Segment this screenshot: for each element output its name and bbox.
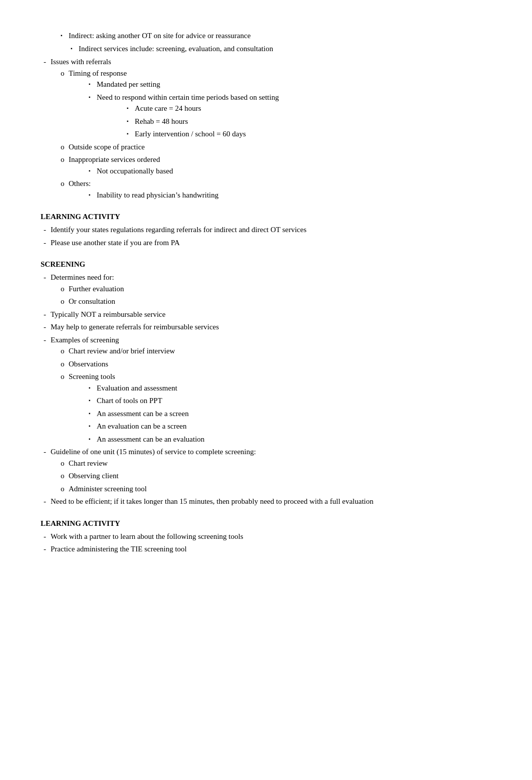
guideline-one-unit: Guideline of one unit (15 minutes) of se…: [41, 446, 491, 494]
screening-section: SCREENING Determines need for: Further e…: [41, 260, 491, 507]
indirect-bullet: Indirect: asking another OT on site for …: [41, 30, 491, 54]
learning-activity-1-heading: LEARNING ACTIVITY: [41, 213, 491, 221]
need-to-respond: Need to respond within certain time peri…: [69, 92, 491, 140]
assessment-can-screen: An assessment can be a screen: [69, 408, 491, 420]
early-intervention: Early intervention / school = 60 days: [97, 128, 491, 140]
observations: Observations: [51, 358, 491, 370]
screening-tools: Screening tools Evaluation and assessmen…: [51, 371, 491, 445]
learning-activity-1: LEARNING ACTIVITY Identify your states r…: [41, 213, 491, 248]
inappropriate-services: Inappropriate services ordered Not occup…: [51, 154, 491, 176]
rehab-hours: Rehab = 48 hours: [97, 116, 491, 127]
issues-referrals-heading: Issues with referrals Timing of response…: [41, 56, 491, 201]
observing-client: Observing client: [51, 470, 491, 482]
not-reimbursable: Typically NOT a reimbursable service: [41, 309, 491, 320]
chart-review-guideline: Chart review: [51, 458, 491, 469]
learning-activity-2-heading: LEARNING ACTIVITY: [41, 519, 491, 528]
outside-scope: Outside scope of practice: [51, 141, 491, 153]
need-efficient: Need to be efficient; if it takes longer…: [41, 496, 491, 507]
learning-activity-2: LEARNING ACTIVITY Work with a partner to…: [41, 519, 491, 555]
chart-review: Chart review and/or brief interview: [51, 345, 491, 357]
not-occupationally: Not occupationally based: [69, 165, 491, 177]
main-content: Indirect: asking another OT on site for …: [41, 30, 491, 555]
further-evaluation: Further evaluation: [51, 283, 491, 295]
administer-screening-tool: Administer screening tool: [51, 483, 491, 495]
determines-need: Determines need for: Further evaluation …: [41, 272, 491, 307]
evaluation-can-screen: An evaluation can be a screen: [69, 421, 491, 432]
indirect-sub-item: Indirect services include: screening, ev…: [41, 43, 491, 55]
mandated-per-setting: Mandated per setting: [69, 79, 491, 90]
inability-handwriting: Inability to read physician’s handwritin…: [69, 189, 491, 201]
la1-item-1: Identify your states regulations regardi…: [41, 224, 491, 236]
acute-care: Acute care = 24 hours: [97, 103, 491, 114]
chart-of-tools: Chart of tools on PPT: [69, 395, 491, 407]
examples-screening: Examples of screening Chart review and/o…: [41, 334, 491, 445]
or-consultation: Or consultation: [51, 296, 491, 307]
indirect-item: Indirect: asking another OT on site for …: [41, 30, 491, 42]
may-help-referrals: May help to generate referrals for reimb…: [41, 321, 491, 333]
timing-response: Timing of response Mandated per setting …: [51, 68, 491, 140]
others: Others: Inability to read physician’s ha…: [51, 178, 491, 201]
screening-heading: SCREENING: [41, 260, 491, 269]
eval-and-assessment: Evaluation and assessment: [69, 382, 491, 394]
la2-item-2: Practice administering the TIE screening…: [41, 543, 491, 555]
la1-item-2: Please use another state if you are from…: [41, 237, 491, 249]
assessment-can-evaluation: An assessment can be an evaluation: [69, 434, 491, 445]
la2-item-1: Work with a partner to learn about the f…: [41, 531, 491, 542]
